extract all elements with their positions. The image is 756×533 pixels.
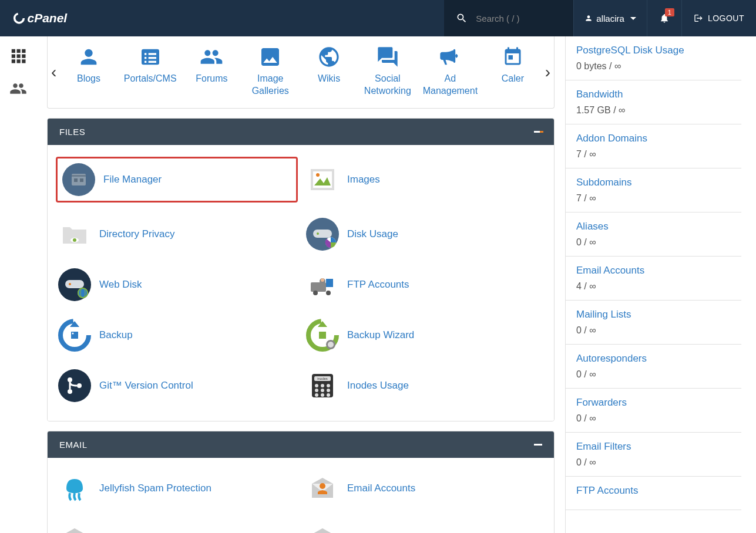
notifications-button[interactable]: 1 [647, 0, 681, 36]
svg-rect-3 [17, 49, 21, 53]
app-jellyfish-spam-protection[interactable]: Jellyfish Spam Protection [56, 470, 298, 507]
stat-label[interactable]: Email Accounts [576, 265, 644, 276]
stat-row: FTP Accounts [566, 477, 741, 510]
files-section-header[interactable]: FILES [48, 119, 554, 145]
svg-rect-6 [17, 55, 21, 58]
stat-label[interactable]: Subdomains [576, 177, 632, 188]
user-menu[interactable]: allacira [573, 0, 647, 36]
app-backup-wizard[interactable]: Backup Wizard [304, 316, 546, 354]
users-icon[interactable] [9, 80, 27, 97]
app-ftp-accounts[interactable]: FTP Accounts [304, 266, 546, 303]
stat-label[interactable]: Addon Domains [576, 133, 647, 144]
carousel-item-social-networking[interactable]: SocialNetworking [364, 45, 411, 97]
files-section: FILES File ManagerImagesDirectory Privac… [47, 118, 555, 421]
svg-point-61 [321, 384, 324, 387]
search-icon [456, 12, 468, 24]
username: allacira [596, 14, 624, 23]
carousel-label: Forums [196, 73, 227, 85]
stat-value: 0 / ∞ [576, 325, 731, 336]
stat-label[interactable]: PostgreSQL Disk Usage [576, 45, 684, 56]
svg-point-43 [321, 278, 324, 282]
bullhorn-icon [438, 45, 462, 69]
app-web-disk[interactable]: Web Disk [56, 266, 298, 303]
stat-label[interactable]: Email Filters [576, 441, 631, 453]
app-forwarders[interactable]: Forwarders [56, 520, 298, 533]
carousel-item-forums[interactable]: Forums [188, 45, 235, 97]
svg-point-64 [321, 389, 324, 392]
stat-label[interactable]: Bandwidth [576, 89, 623, 100]
svg-point-35 [69, 283, 71, 285]
email-section-header[interactable]: EMAIL [48, 431, 554, 458]
app-inodes-usage[interactable]: inodesInodes Usage [304, 367, 546, 404]
svg-text:cPanel: cPanel [28, 11, 68, 25]
stat-label[interactable]: Forwarders [576, 397, 627, 409]
app-disk-usage[interactable]: Disk Usage [304, 215, 546, 253]
search-box[interactable] [444, 0, 573, 36]
carousel-item-portals-cms[interactable]: Portals/CMS [124, 45, 177, 97]
app-carousel: ‹ BlogsPortals/CMSForumsImageGalleriesWi… [47, 36, 555, 109]
app-git-version-control[interactable]: Git™ Version Control [56, 367, 298, 404]
stat-row: Aliases0 / ∞ [566, 212, 741, 257]
stat-value: 0 / ∞ [576, 237, 731, 248]
collapse-icon[interactable] [534, 444, 542, 446]
app-label: Images [347, 174, 380, 185]
cpanel-logo[interactable]: cPanel [0, 10, 98, 26]
svg-rect-21 [74, 178, 78, 182]
carousel-label: Portals/CMS [124, 73, 177, 85]
svg-point-0 [15, 14, 24, 23]
carousel-item-caler[interactable]: Caler [489, 45, 536, 97]
app-label: Jellyfish Spam Protection [99, 483, 211, 494]
stats-sidebar: PostgreSQL Disk Usage0 bytes / ∞Bandwidt… [565, 36, 741, 533]
notification-badge: 1 [665, 8, 674, 16]
svg-point-65 [327, 389, 330, 392]
svg-rect-16 [145, 61, 146, 63]
carousel-label: AdManagement [423, 73, 478, 97]
svg-point-62 [327, 384, 330, 387]
app-email-accounts[interactable]: Email Accounts [304, 470, 546, 507]
svg-rect-7 [22, 55, 25, 58]
stat-row: Subdomains7 / ∞ [566, 168, 741, 212]
app-directory-privacy[interactable]: Directory Privacy [56, 215, 298, 253]
svg-rect-39 [326, 279, 333, 287]
images-icon [306, 163, 339, 196]
svg-point-68 [327, 393, 330, 397]
svg-point-28 [73, 238, 76, 242]
jellyfish-icon [58, 472, 91, 505]
svg-point-54 [68, 377, 72, 382]
carousel-item-blogs[interactable]: Blogs [65, 45, 112, 97]
stat-row: Addon Domains7 / ∞ [566, 124, 741, 168]
logout-icon [694, 14, 703, 23]
carousel-item-ad-management[interactable]: AdManagement [423, 45, 478, 97]
forwarders-icon [58, 522, 91, 533]
app-backup[interactable]: Backup [56, 316, 298, 354]
collapse-icon[interactable] [534, 131, 542, 133]
users-icon [199, 45, 224, 69]
webdisk-icon [58, 268, 91, 301]
stat-row: Email Filters0 / ∞ [566, 433, 741, 477]
carousel-item-image-galleries[interactable]: ImageGalleries [247, 45, 294, 97]
stat-label[interactable]: Autoresponders [576, 353, 647, 365]
stat-label[interactable]: Mailing Lists [576, 309, 631, 321]
svg-point-66 [315, 393, 318, 397]
carousel-prev[interactable]: ‹ [51, 63, 56, 82]
user-icon [76, 45, 101, 69]
svg-point-56 [77, 383, 82, 388]
section-title: FILES [59, 127, 85, 137]
carousel-item-wikis[interactable]: Wikis [305, 45, 352, 97]
app-file-manager[interactable]: File Manager [56, 157, 298, 203]
app-email-routing[interactable]: Email Routing [304, 520, 546, 533]
logout-button[interactable]: LOGOUT [681, 0, 756, 36]
top-header: cPanel allacira 1 LOGOUT [0, 0, 756, 36]
section-title: EMAIL [59, 440, 88, 450]
svg-rect-34 [65, 280, 84, 288]
apps-grid-icon[interactable] [9, 47, 27, 65]
svg-point-67 [321, 393, 324, 397]
app-label: Email Accounts [347, 483, 415, 494]
stat-label[interactable]: FTP Accounts [576, 485, 639, 497]
stat-row: Autoresponders0 / ∞ [566, 345, 741, 389]
app-images[interactable]: Images [304, 157, 546, 203]
carousel-next[interactable]: › [545, 63, 550, 82]
search-input[interactable] [476, 14, 558, 23]
stat-label[interactable]: Aliases [576, 221, 609, 232]
carousel-label: Caler [502, 73, 524, 85]
